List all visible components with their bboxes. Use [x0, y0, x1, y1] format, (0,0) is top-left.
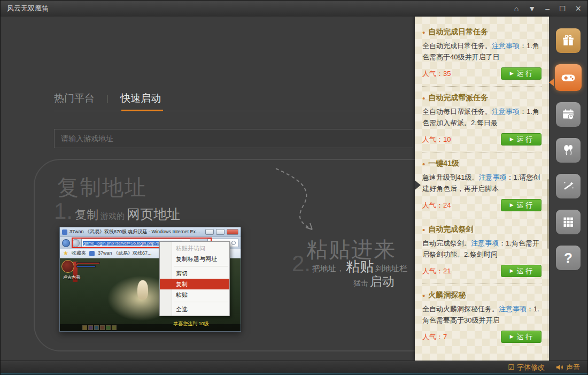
run-button[interactable]: ▶ 运 行: [501, 265, 541, 277]
browser-title: 37wan 《武易》双线670服 魂归汉廷 - Windows Internet…: [69, 228, 203, 235]
calendar-clock-icon: [561, 108, 575, 121]
notice-link[interactable]: 注意事项: [471, 239, 499, 247]
sound-button[interactable]: 声音: [555, 363, 580, 372]
sidebar-item-schedule[interactable]: [556, 102, 581, 127]
sidebar-item-gamepad[interactable]: [555, 64, 582, 91]
tab-bar: 热门平台 | 快速启动: [54, 91, 161, 105]
notice-link[interactable]: 注意事项: [499, 305, 527, 313]
gift-icon: [561, 34, 575, 48]
step2-hint: 猛击 启动: [353, 273, 394, 290]
run-button[interactable]: ▶ 运 行: [501, 133, 541, 146]
home-icon[interactable]: ⌂: [514, 5, 519, 12]
skill-slot: [100, 325, 105, 330]
menu-divider: [174, 302, 228, 302]
close-button[interactable]: ×: [575, 4, 581, 13]
menu-item-paste-and-go: 粘贴并访问: [160, 243, 229, 254]
window-title: 风云无双魔笛: [7, 4, 49, 13]
bullet-icon: •: [422, 226, 425, 234]
bullet-icon: •: [422, 292, 425, 300]
browser-favicon: [62, 229, 67, 235]
step2-caption: 2. 把地址， 粘贴 到地址栏: [292, 251, 407, 277]
task-item: • 自动完成帮派任务 全自动每日帮派任务。注意事项：1.角色需加入帮派。2.每日…: [422, 93, 541, 152]
notice-link[interactable]: 注意事项: [478, 173, 506, 181]
task-title: 火麟洞探秘: [428, 290, 466, 300]
main-content: 热门平台 | 快速启动 复制地址 1. 复制 游戏的 网页地址 粘贴进来: [1, 17, 415, 361]
bullet-icon: •: [422, 94, 425, 102]
active-icon-pointer: [549, 79, 554, 86]
task-title: 自动完成帮派任务: [428, 93, 488, 103]
task-item: • 火麟洞探秘 全自动火麟洞探秘任务。注意事项：1.角色需要高于30级并开启 人…: [422, 290, 541, 349]
menu-item-copy: 复制: [160, 279, 229, 289]
step1-heading: 复制地址: [57, 173, 147, 202]
skin-menu-icon[interactable]: ▼: [528, 5, 536, 12]
gamepad-icon: [560, 70, 576, 86]
bullet-icon: •: [422, 28, 425, 36]
sidebar-item-events[interactable]: [556, 138, 581, 163]
notice-link[interactable]: 注意事项: [492, 42, 520, 50]
favorites-item: 37wan 《武易》双线67...: [98, 250, 152, 257]
sidebar-item-apps[interactable]: [556, 210, 581, 234]
tab-quick-launch[interactable]: 快速启动: [120, 91, 161, 105]
menu-item-cut: 剪切: [160, 268, 229, 279]
run-button[interactable]: ▶ 运 行: [501, 199, 541, 211]
menu-item-select-all: 全选: [160, 304, 229, 315]
favorites-item-icon: [89, 251, 95, 256]
mp-bar: [76, 265, 96, 267]
menu-item-paste: 粘贴: [160, 289, 229, 300]
app-window: 风云无双魔笛 ⌂ ▼ – ☐ × 热门平台 | 快速启动 复制地址 1. 复制: [0, 0, 588, 375]
play-icon: ▶: [510, 269, 514, 273]
notice-link[interactable]: 注意事项: [492, 108, 520, 116]
level-up-toast: 恭喜您达到 10级: [173, 320, 209, 327]
game-character: [137, 280, 148, 300]
play-icon: ▶: [510, 203, 514, 208]
step1-number: 1.: [54, 198, 73, 224]
run-button[interactable]: ▶ 运 行: [501, 331, 541, 343]
favorites-label: 收藏夹: [72, 250, 86, 257]
speaker-icon: [555, 363, 563, 371]
step1-caption: 1. 复制 游戏的 网页地址: [54, 198, 180, 224]
titlebar[interactable]: 风云无双魔笛 ⌂ ▼ – ☐ ×: [1, 1, 587, 17]
browser-forward-icon: [72, 239, 80, 247]
popularity-label: 人气：35: [422, 69, 451, 79]
dashed-arrow: [244, 162, 351, 237]
popularity-label: 人气：21: [422, 266, 451, 276]
sidebar-item-help[interactable]: ?: [556, 246, 581, 270]
tab-hot-platform[interactable]: 热门平台: [54, 91, 95, 105]
run-button[interactable]: ▶ 运 行: [501, 67, 541, 80]
game-status-bars: [76, 262, 100, 267]
font-modify-button[interactable]: ☑ 字体修改: [508, 363, 545, 372]
game-avatar: [61, 260, 74, 273]
maximize-button[interactable]: ☐: [559, 5, 566, 12]
sidebar-item-tools[interactable]: [556, 174, 581, 198]
menu-item-copy-title-url: 复制标题与网址: [160, 254, 229, 264]
grid-icon: [562, 216, 575, 228]
popularity-label: 人气：7: [422, 332, 447, 342]
play-icon: ▶: [510, 334, 514, 339]
game-address-input[interactable]: [54, 129, 413, 148]
browser-back-icon: [62, 239, 70, 247]
magic-wand-icon: [561, 179, 575, 193]
context-menu: 粘贴并访问 复制标题与网址 剪切 复制 粘贴 全选: [159, 241, 230, 316]
task-description: 全自动火麟洞探秘任务。注意事项：1.角色需要高于30级并开启: [422, 303, 541, 326]
sidebar-item-gift[interactable]: [556, 28, 581, 53]
play-icon: ▶: [510, 137, 514, 142]
balloon-icon: [561, 143, 575, 157]
sidebar-iconbar: ?: [549, 17, 587, 361]
window-controls: ⌂ ▼ – ☐ ×: [514, 4, 581, 13]
task-item: • 自动完成祭剑 自动完成祭剑。注意事项：1.角色需开启祭剑功能。2.祭剑时间 …: [422, 225, 541, 284]
game-character-name: 卢古内弗: [63, 274, 80, 280]
task-title: 自动完成日常任务: [428, 27, 488, 37]
step2-number: 2.: [292, 251, 311, 277]
browser-maximize-icon: [216, 229, 225, 235]
browser-close-icon: [227, 229, 238, 235]
minimize-button[interactable]: –: [545, 5, 550, 12]
play-icon: ▶: [510, 71, 514, 76]
skill-slot: [106, 325, 111, 330]
task-title: 一键41级: [428, 159, 459, 169]
skill-slot: [112, 325, 117, 330]
hp-bar: [76, 262, 100, 264]
game-skillbar: [60, 324, 241, 331]
tab-divider: |: [106, 94, 109, 104]
task-description: 急速升级到41级。注意事项：1.请您创建好角色后，再开启脚本: [422, 172, 541, 194]
skill-slot: [82, 325, 87, 330]
